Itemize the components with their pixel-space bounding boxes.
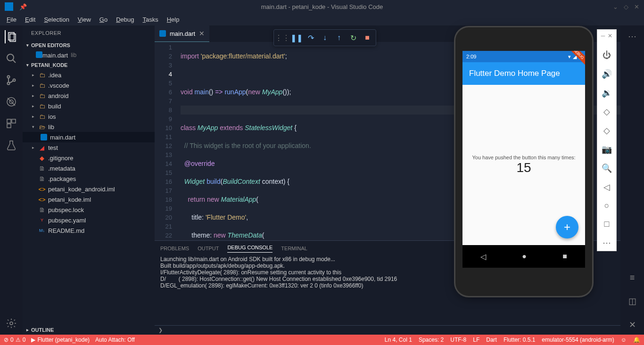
test-icon[interactable] [5,139,18,152]
status-auto-attach[interactable]: Auto Attach: Off [95,337,135,343]
status-eol[interactable]: LF [473,337,479,343]
folder-build[interactable]: ▸🗀build [23,101,155,111]
svg-point-4 [8,76,10,78]
home-icon[interactable]: ● [522,252,527,261]
phone-statusbar: 2:09 ▾◢▮ [462,51,585,62]
volume-down-icon[interactable]: 🔉 [602,88,612,98]
folder-lib[interactable]: ▾🗁lib [23,122,155,132]
camera-icon[interactable]: 📷 [602,144,612,155]
more-icon[interactable]: ⋯ [628,31,636,41]
step-into-icon[interactable]: ↓ [318,32,331,44]
rotate-right-icon[interactable]: ◇ [603,125,610,136]
folder-idea[interactable]: ▸🗀.idea [23,70,155,80]
menu-debug[interactable]: Debug [112,15,138,24]
minimize-icon[interactable]: ⌄ [613,3,618,10]
tab-debug-console[interactable]: DEBUG CONSOLE [227,245,272,253]
status-bell-icon[interactable]: 🔔 [633,337,640,343]
status-flutter[interactable]: Flutter: 0.5.1 [504,337,535,343]
status-feedback-icon[interactable]: ☺ [621,337,627,343]
drag-handle-icon[interactable]: ⋮⋮ [276,32,289,44]
file-gitignore[interactable]: ◆.gitignore [23,153,155,163]
emu-minimize-icon[interactable]: ─ [601,33,605,39]
settings-icon[interactable] [5,317,18,330]
test-folder-icon: ◢ [38,144,46,151]
close-tab-icon[interactable]: ✕ [199,30,205,37]
markdown-icon: M↓ [38,228,46,233]
step-out-icon[interactable]: ↑ [332,32,346,44]
folder-icon: 🗀 [38,82,46,89]
workspace-section[interactable]: ▾PETANI_KODE [23,60,155,70]
emu-home-icon[interactable]: ○ [604,201,610,211]
status-errors[interactable]: ⊘ 0 ⚠ 0 [4,337,25,343]
tab-main-dart[interactable]: main.dart ✕ [155,25,209,42]
emu-back-icon[interactable]: ◁ [603,182,610,192]
emu-more-icon[interactable]: ⋯ [603,238,611,248]
volume-up-icon[interactable]: 🔊 [602,69,612,79]
phone-appbar: Flutter Demo Home Page [462,62,585,85]
folder-ios[interactable]: ▸🗀ios [23,111,155,122]
appbar-title: Flutter Demo Home Page [469,69,560,78]
split-icon[interactable]: ◫ [628,296,636,306]
file-pubspec-lock[interactable]: 🗎pubspec.lock [23,205,155,215]
folder-test[interactable]: ▸◢test [23,142,155,153]
restart-icon[interactable]: ↻ [347,32,360,44]
open-editors-section[interactable]: ▾OPEN EDITORS [23,41,155,50]
recent-icon[interactable]: ■ [562,252,567,261]
file-iml[interactable]: <>petani_kode.iml [23,194,155,205]
zoom-icon[interactable]: 🔍 [602,163,612,173]
filter-icon[interactable]: ≡ [630,273,635,283]
activity-bar [0,25,23,335]
back-icon[interactable]: ◁ [480,252,486,261]
close-panel-icon[interactable]: ✕ [629,320,636,330]
open-editor-item[interactable]: main.dart lib [23,50,155,60]
menu-file[interactable]: File [3,15,20,24]
tab-problems[interactable]: PROBLEMS [160,246,189,251]
tab-terminal[interactable]: TERMINAL [281,246,307,251]
phone-screen[interactable]: DEBUG 2:09 ▾◢▮ Flutter Demo Home Page Yo… [462,51,585,268]
menu-help[interactable]: Help [163,15,183,24]
status-device[interactable]: emulator-5554 (android-arm) [542,337,614,343]
tab-output[interactable]: OUTPUT [198,246,219,251]
status-spaces[interactable]: Spaces: 2 [419,337,444,343]
menu-edit[interactable]: Edit [21,15,39,24]
power-icon[interactable]: ⏻ [603,50,611,60]
outline-section[interactable]: ▸OUTLINE [23,325,155,335]
git-icon: ◆ [38,155,46,162]
search-icon[interactable] [5,52,18,65]
pause-icon[interactable]: ❚❚ [290,32,303,44]
menu-go[interactable]: Go [96,15,111,24]
emu-overview-icon[interactable]: □ [604,219,610,229]
source-control-icon[interactable] [5,74,18,87]
extensions-icon[interactable] [5,117,18,130]
fab-add-button[interactable]: + [556,216,578,238]
file-icon: 🗎 [38,175,46,182]
svg-point-5 [8,82,10,85]
folder-vscode[interactable]: ▸🗀.vscode [23,80,155,90]
pin-icon[interactable]: 📌 [19,3,27,10]
panel-input-chevron[interactable]: ❯ [155,325,644,335]
status-cursor[interactable]: Ln 4, Col 1 [385,337,412,343]
menu-tasks[interactable]: Tasks [139,15,162,24]
status-encoding[interactable]: UTF-8 [450,337,466,343]
svg-rect-12 [7,124,11,128]
close-icon[interactable]: ✕ [634,3,639,10]
file-packages[interactable]: 🗎.packages [23,173,155,184]
step-over-icon[interactable]: ↷ [304,32,317,44]
folder-android[interactable]: ▸🗀android [23,90,155,101]
file-readme[interactable]: M↓README.md [23,225,155,236]
status-lang[interactable]: Dart [486,337,497,343]
menu-view[interactable]: View [74,15,95,24]
debug-icon[interactable] [5,95,18,108]
maximize-icon[interactable]: ◇ [624,3,628,10]
rotate-left-icon[interactable]: ◇ [603,107,610,117]
status-debug-target[interactable]: ▶ Flutter (petani_kode) [31,337,90,343]
menu-selection[interactable]: Selection [40,15,73,24]
file-iml-android[interactable]: <>petani_kode_android.iml [23,184,155,194]
svg-point-6 [13,79,16,82]
stop-icon[interactable]: ■ [361,32,374,44]
explorer-icon[interactable] [5,30,18,43]
emu-close-icon[interactable]: ✕ [608,33,612,39]
file-main-dart[interactable]: main.dart [23,132,155,142]
file-pubspec-yaml[interactable]: Ypubspec.yaml [23,215,155,225]
file-metadata[interactable]: 🗎.metadata [23,163,155,173]
